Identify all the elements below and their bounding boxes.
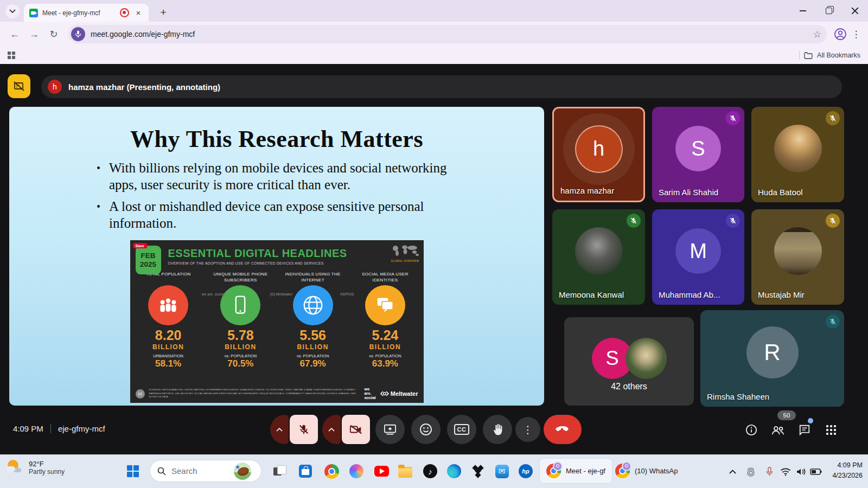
chrome-button[interactable] (322, 462, 341, 480)
avatar: R (746, 326, 799, 378)
browser-toolbar: ← → ↻ meet.google.com/eje-gfmy-mcf ☆ ⋮ (0, 22, 868, 47)
participant-tile[interactable]: Huda Batool (751, 107, 844, 202)
back-button[interactable]: ← (5, 25, 24, 43)
tray-hidden-icons-button[interactable] (725, 464, 740, 479)
copilot-button[interactable] (347, 462, 366, 480)
tray-clock[interactable]: 4:09 PM 4/23/2026 (832, 460, 863, 481)
participant-tile[interactable]: h hamza mazhar (552, 107, 645, 202)
annotation-tools-button[interactable] (8, 74, 30, 98)
edge-button[interactable] (445, 462, 463, 480)
meeting-details-button[interactable] (744, 423, 758, 437)
forward-button[interactable]: → (25, 25, 43, 43)
world-map-icon (391, 244, 420, 257)
mic-permission-icon[interactable] (71, 27, 85, 41)
reactions-button[interactable] (411, 415, 441, 444)
weather-widget[interactable]: 92°F Partly sunny (5, 458, 65, 477)
captions-button[interactable]: CC (447, 415, 476, 444)
apps-grid-icon[interactable] (8, 52, 15, 59)
more-options-button[interactable]: ⋮ (515, 417, 540, 442)
avatar: S (675, 126, 721, 171)
people-icon (771, 425, 785, 435)
raise-hand-button[interactable] (483, 415, 512, 444)
participant-name: Sarim Ali Shahid (659, 188, 718, 197)
participant-tile[interactable]: S Sarim Ali Shahid (652, 107, 744, 202)
slide-bullet: • With billions relying on mobile device… (97, 159, 457, 194)
chat-button[interactable] (797, 423, 812, 437)
mail-icon: ✉ (495, 465, 509, 478)
camera-off-icon (349, 424, 362, 435)
file-explorer-button[interactable] (396, 462, 414, 480)
url-text[interactable]: meet.google.com/eje-gfmy-mcf (91, 30, 808, 38)
browser-menu-button[interactable]: ⋮ (850, 26, 863, 42)
task-view-button[interactable] (270, 462, 289, 480)
profile-badge-icon (553, 461, 563, 471)
bookmark-star-icon[interactable]: ☆ (813, 29, 821, 40)
infographic-title: ESSENTIAL DIGITAL HEADLINES (168, 247, 347, 260)
minimize-icon (800, 10, 806, 11)
dropbox-icon (471, 465, 484, 478)
bullet-glyph: • (97, 200, 100, 232)
presentation-slide[interactable]: Why This Research Matters • With billion… (9, 107, 544, 406)
microphone-icon (766, 467, 773, 477)
reload-button[interactable]: ↻ (44, 25, 63, 43)
chrome-icon (546, 464, 561, 478)
we-are-social-logo: we are. social (364, 387, 375, 400)
camera-toggle-button[interactable] (342, 415, 370, 444)
address-bar[interactable]: meet.google.com/eje-gfmy-mcf ☆ (68, 25, 827, 43)
activities-button[interactable] (824, 423, 838, 437)
participant-tile[interactable]: Mustajab Mir (751, 209, 844, 305)
partly-sunny-icon (5, 458, 24, 477)
search-highlight-sports-icon[interactable]: ★ (234, 463, 251, 480)
search-input[interactable] (170, 466, 229, 476)
participant-tile[interactable]: R Rimsha Shaheen (700, 310, 844, 407)
participant-name: Memoona Kanwal (559, 290, 624, 299)
bullet-text: With billions relying on mobile devices … (109, 159, 457, 194)
camera-control (322, 415, 370, 444)
profile-badge-icon (622, 461, 631, 471)
youtube-button[interactable] (372, 462, 391, 480)
mail-button[interactable]: ✉ (493, 462, 511, 480)
participant-name: Rimsha Shaheen (707, 392, 769, 401)
stat-social-media: SOCIAL MEDIA USER IDENTITIES 5.24 BILLIO… (352, 272, 418, 368)
taskbar-window-whatsapp[interactable]: (10) WhatsAp (609, 458, 684, 484)
pinterest-save-badge[interactable]: Save (133, 243, 147, 248)
all-bookmarks[interactable]: All Bookmarks (799, 51, 860, 60)
divider (799, 51, 800, 60)
volume-icon[interactable] (793, 464, 808, 479)
tab-close-button[interactable]: × (133, 8, 143, 17)
tiktok-button[interactable]: ♪ (421, 462, 439, 480)
new-tab-button[interactable]: + (156, 5, 170, 20)
dropbox-button[interactable] (469, 462, 487, 480)
participant-name: hamza mazhar (560, 186, 614, 195)
camera-options-button[interactable] (322, 415, 341, 444)
taskbar-search[interactable]: ★ (150, 460, 261, 482)
taskbar-window-meet[interactable]: Meet - eje-gf (539, 458, 612, 484)
hang-up-icon (556, 426, 570, 433)
profile-avatar-button[interactable] (832, 26, 848, 42)
others-tile[interactable]: S 42 others (564, 317, 694, 406)
browser-tab-meet[interactable]: Meet - eje-gfmy-mcf × (24, 4, 149, 22)
participants-button[interactable] (771, 423, 785, 437)
globe-icon (293, 285, 333, 325)
window-restore-button[interactable] (816, 0, 842, 22)
battery-icon[interactable] (808, 464, 824, 479)
present-screen-button[interactable] (375, 415, 405, 444)
tray-mic-in-use-icon[interactable] (762, 464, 777, 479)
start-button[interactable] (124, 462, 142, 480)
participant-tile[interactable]: Memoona Kanwal (552, 209, 645, 305)
meeting-time: 4:09 PM (13, 424, 43, 433)
tab-search-button[interactable] (5, 4, 20, 18)
end-call-button[interactable] (544, 415, 582, 444)
mic-mute-button[interactable] (290, 415, 318, 444)
mic-options-button[interactable] (270, 415, 289, 444)
participant-tile[interactable]: M Muhammad Ab... (652, 209, 744, 305)
window-minimize-button[interactable] (790, 0, 816, 22)
meeting-info: 4:09 PM eje-gfmy-mcf (13, 424, 105, 433)
hp-button[interactable]: hp (516, 462, 535, 480)
microsoft-store-button[interactable] (296, 462, 315, 480)
chevron-down-icon (9, 9, 16, 14)
tray-ring-icon[interactable] (743, 464, 758, 479)
window-close-button[interactable] (842, 0, 868, 22)
presenting-banner-text: hamza mazhar (Presenting, annotating) (68, 82, 220, 92)
wifi-icon[interactable] (778, 464, 793, 479)
